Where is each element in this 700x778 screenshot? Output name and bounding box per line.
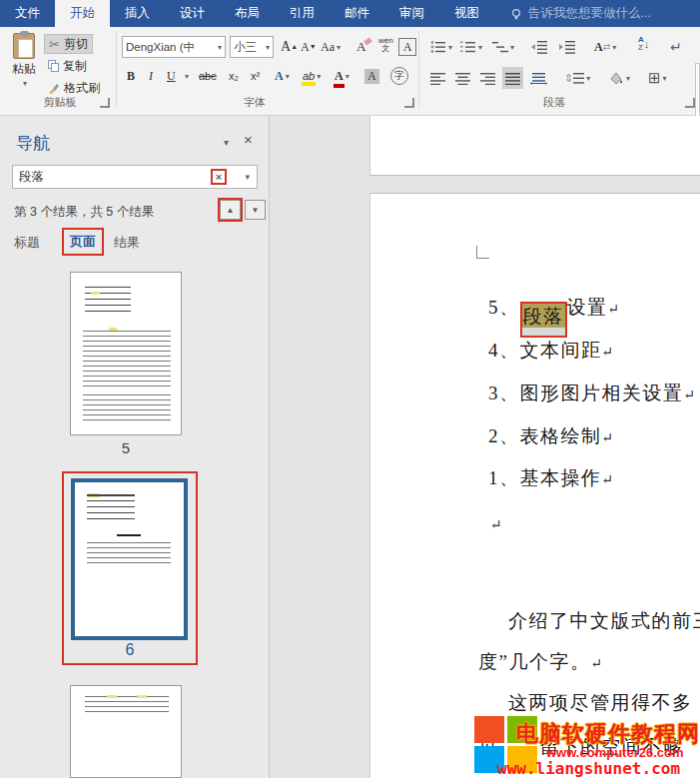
borders-button[interactable]: ⊞ ▾ — [645, 67, 670, 89]
underline-button[interactable]: U — [164, 65, 179, 87]
nav-tab-results[interactable]: 结果 — [114, 234, 140, 252]
superscript-button[interactable]: x² — [248, 65, 263, 87]
sort-button[interactable]: AZ ↓ — [635, 33, 652, 55]
bullet-list-icon — [430, 40, 446, 54]
paragraph-dialog-launcher-icon[interactable] — [685, 98, 695, 108]
body-text-line[interactable]: 介绍了中文版式的前三 — [508, 607, 700, 635]
bold-button[interactable]: B — [124, 65, 138, 87]
paste-label: 粘贴 — [12, 62, 36, 76]
paste-button[interactable]: 粘贴▾ — [5, 33, 43, 93]
tab-mailings[interactable]: 邮件 — [330, 0, 384, 27]
cut-button[interactable]: ✂ 剪切 — [44, 34, 93, 54]
tell-me-box[interactable]: 告诉我您想要做什么... — [510, 0, 651, 27]
ribbon: 粘贴▾ ✂ 剪切 复制 格式刷 剪贴板 DengXian (中 ▾ 小三 ▾ A… — [0, 27, 700, 116]
tab-design[interactable]: 设计 — [165, 0, 220, 27]
paragraph-mark: ↵ — [684, 388, 696, 402]
character-shading-button[interactable]: A — [361, 65, 382, 87]
navigation-collapse-icon[interactable]: ▾ — [224, 137, 229, 148]
change-case-button[interactable]: Aa▾ — [318, 36, 344, 58]
thumbnail-highlight — [109, 328, 117, 331]
align-left-button[interactable] — [427, 67, 448, 89]
swap-arrows-icon: ⇄ — [603, 42, 611, 52]
list-item-2[interactable]: 2、表格绘制↵ — [488, 422, 613, 452]
shrink-font-button[interactable]: A▼ — [298, 36, 320, 58]
previous-result-button[interactable]: ▲ — [220, 200, 241, 220]
increase-indent-icon — [558, 40, 576, 54]
justify-button[interactable] — [502, 67, 523, 89]
search-options-chevron-icon[interactable]: ▾ — [245, 172, 250, 182]
numbering-button[interactable]: ▾ — [457, 36, 485, 58]
align-right-button[interactable] — [477, 67, 498, 89]
lightbulb-icon — [510, 8, 522, 20]
shading-button[interactable]: ▾ — [605, 67, 633, 89]
list-item-3[interactable]: 3、图形图片相关设置↵ — [488, 380, 695, 409]
nav-tab-pages[interactable]: 页面 — [62, 228, 104, 256]
down-arrow-icon: ▼ — [252, 206, 260, 215]
subscript-button[interactable]: x₂ — [226, 65, 242, 87]
body-text-line[interactable]: 度”几个字。↵ — [478, 648, 602, 678]
bullets-button[interactable]: ▾ — [427, 36, 455, 58]
body-text-line[interactable]: 这两项尽管用得不多， — [508, 689, 700, 717]
copy-button[interactable]: 复制 — [44, 56, 91, 76]
align-right-icon — [480, 72, 495, 85]
distribute-icon — [530, 72, 547, 85]
tab-review[interactable]: 审阅 — [384, 0, 439, 27]
font-name-value: DengXian (中 — [126, 40, 195, 55]
font-name-combobox[interactable]: DengXian (中 ▾ — [122, 36, 226, 58]
list-item-4[interactable]: 4、文本间距↵ — [488, 337, 613, 367]
phonetic-guide-icon: wén文 — [378, 37, 393, 53]
group-separator — [116, 31, 117, 107]
page-thumbnail-6[interactable] — [71, 478, 188, 640]
decrease-indent-button[interactable] — [527, 36, 551, 58]
tab-home[interactable]: 开始 — [55, 0, 110, 27]
strikethrough-button[interactable]: abc — [196, 65, 220, 87]
text-highlight-button[interactable]: ab▾ — [300, 65, 324, 87]
multilevel-list-button[interactable]: ▾ — [489, 36, 517, 58]
navigation-search-box[interactable]: × ▾ — [12, 165, 258, 189]
font-color-button[interactable]: A▾ — [332, 65, 352, 87]
tab-insert[interactable]: 插入 — [110, 0, 165, 27]
text-effects-button[interactable]: A▾ — [272, 65, 293, 87]
tab-layout[interactable]: 布局 — [220, 0, 275, 27]
change-case-glyph: Aa — [321, 40, 335, 55]
font-group-label: 字体 — [215, 95, 295, 111]
underline-dropdown[interactable]: ▾ — [180, 65, 192, 87]
decrease-indent-icon — [530, 40, 548, 54]
tab-file[interactable]: 文件 — [0, 0, 55, 27]
tab-view[interactable]: 视图 — [439, 0, 494, 27]
clipboard-dialog-launcher-icon[interactable] — [100, 98, 110, 108]
page-thumbnail-7[interactable] — [70, 685, 182, 778]
show-hide-marks-button[interactable]: ↵ — [667, 36, 685, 58]
clear-formatting-button[interactable]: A — [353, 36, 368, 58]
nav-tab-headings[interactable]: 标题 — [14, 234, 40, 252]
thumbnail-preview — [87, 542, 171, 566]
distribute-button[interactable] — [527, 67, 550, 89]
text-effects-icon: A — [275, 69, 284, 84]
align-center-button[interactable] — [452, 67, 473, 89]
font-size-combobox[interactable]: 小三 ▾ — [230, 36, 274, 58]
tab-references[interactable]: 引用 — [275, 0, 330, 27]
font-dialog-launcher-icon[interactable] — [404, 98, 414, 108]
list-item-1[interactable]: 1、基本操作↵ — [488, 464, 613, 494]
numbered-list-icon — [460, 40, 476, 54]
increase-indent-button[interactable] — [555, 36, 579, 58]
enclose-characters-button[interactable]: 字 — [387, 65, 411, 87]
next-result-button[interactable]: ▼ — [245, 200, 266, 220]
list-item-5[interactable]: 5、段落设置↵ — [488, 294, 619, 338]
borders-icon: ⊞ — [648, 69, 661, 87]
search-clear-icon[interactable]: × — [211, 169, 227, 185]
empty-paragraph-mark[interactable]: ↵ — [490, 511, 502, 539]
paragraph-group-label: 段落 — [514, 95, 594, 111]
phonetic-guide-button[interactable]: wén文 — [375, 34, 396, 56]
asian-layout-button[interactable]: A ⇄ ▾ — [591, 36, 619, 58]
page-thumbnail-5[interactable] — [70, 272, 182, 435]
document-page[interactable]: 5、段落设置↵ 4、文本间距↵ 3、图形图片相关设置↵ 2、表格绘制↵ 1、基本… — [369, 193, 700, 778]
search-input[interactable] — [19, 168, 189, 186]
font-size-value: 小三 — [234, 40, 257, 55]
navigation-close-icon[interactable]: × — [244, 131, 253, 148]
italic-button[interactable]: I — [146, 65, 156, 87]
copy-label: 复制 — [63, 58, 87, 75]
previous-page-bottom[interactable] — [369, 116, 700, 176]
character-border-button[interactable]: A — [395, 36, 419, 58]
line-spacing-button[interactable]: ⇕ ▾ — [561, 67, 593, 89]
